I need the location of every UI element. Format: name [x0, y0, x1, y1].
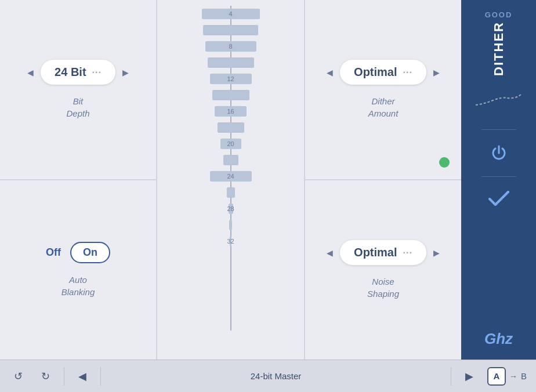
histogram-label: 12: [227, 75, 234, 82]
histogram-bar-row: [158, 55, 303, 70]
histogram-bar-row: 24: [158, 169, 303, 184]
histogram-bar-row: [158, 217, 303, 233]
histogram-bars: 48121620242832: [158, 6, 303, 331]
noise-shaping-next-button[interactable]: ▶: [431, 246, 442, 260]
bit-depth-value: 24 Bit: [55, 66, 86, 79]
histogram-bar-row: [158, 185, 303, 200]
noise-shaping-cell: ◀ Optimal ··· ▶ NoiseShaping: [305, 180, 461, 360]
ghz-logo: Ghz: [484, 330, 513, 348]
dither-amount-cell: ◀ Optimal ··· ▶ DitherAmount: [305, 0, 461, 180]
histogram-label: 16: [227, 108, 234, 115]
histogram-bar-row: [158, 23, 303, 38]
histogram-bar-row: 20: [158, 136, 303, 151]
ab-controls: A → B: [487, 367, 527, 386]
histogram-bar-row: 4: [158, 6, 303, 21]
green-dot-indicator: [439, 157, 450, 168]
histogram-label: 24: [227, 173, 234, 180]
bit-depth-dots: ···: [92, 67, 102, 78]
off-label: Off: [46, 246, 61, 259]
bit-depth-label: BitDepth: [66, 95, 89, 119]
auto-blanking-controls: Off On: [46, 242, 110, 263]
toolbar-title: 24-bit Master: [110, 371, 441, 381]
dither-amount-next-button[interactable]: ▶: [431, 66, 442, 79]
brand-title: GOOD: [485, 10, 513, 19]
histogram-label: 32: [227, 238, 234, 245]
toolbar-divider-1: [64, 367, 64, 386]
dither-amount-pill: Optimal ···: [340, 60, 426, 85]
sidebar-divider-1: [481, 129, 516, 130]
histogram-cell: 48121620242832: [157, 0, 305, 360]
toolbar-divider-3: [451, 367, 451, 386]
redo-button[interactable]: ↻: [37, 368, 55, 385]
right-sidebar: GOOD DITHER Ghz: [461, 0, 536, 360]
histogram-bar-row: 8: [158, 39, 303, 54]
noise-shaping-dots: ···: [403, 248, 412, 258]
on-button[interactable]: On: [70, 242, 110, 263]
confirm-button[interactable]: [484, 188, 514, 209]
histogram-bar-row: [158, 88, 303, 103]
dither-amount-value: Optimal: [354, 66, 397, 79]
undo-button[interactable]: ↺: [9, 368, 27, 385]
dither-amount-selector: ◀ Optimal ··· ▶: [324, 60, 442, 85]
histogram-bar-row: 12: [158, 71, 303, 86]
bit-depth-prev-button[interactable]: ◀: [25, 66, 36, 79]
noise-shaping-pill: Optimal ···: [340, 240, 426, 265]
histogram-label: 20: [227, 140, 234, 147]
auto-blanking-cell: Off On AutoBlanking: [0, 180, 157, 360]
histogram-bar-row: 28: [158, 201, 303, 216]
auto-blanking-label: AutoBlanking: [61, 274, 95, 298]
bit-depth-cell: ◀ 24 Bit ··· ▶ BitDepth: [0, 0, 157, 180]
ab-arrow: →: [509, 372, 517, 381]
curve-icon: [473, 88, 525, 111]
noise-shaping-prev-button[interactable]: ◀: [324, 246, 335, 260]
histogram-bar-row: 16: [158, 104, 303, 119]
dither-amount-dots: ···: [403, 67, 412, 78]
histogram-bar-row: [158, 120, 303, 135]
histogram-bar-row: 32: [158, 234, 303, 249]
toolbar-divider-2: [100, 367, 101, 386]
power-button[interactable]: [485, 141, 513, 165]
histogram-bar-row: [158, 153, 303, 168]
next-button[interactable]: ▶: [461, 368, 478, 385]
bit-depth-next-button[interactable]: ▶: [120, 66, 131, 79]
noise-shaping-selector: ◀ Optimal ··· ▶: [324, 240, 442, 265]
noise-shaping-value: Optimal: [354, 246, 397, 259]
bottom-toolbar: ↺ ↻ ◀ 24-bit Master ▶ A → B: [0, 360, 536, 392]
histogram-label: 8: [229, 43, 232, 50]
bit-depth-selector: ◀ 24 Bit ··· ▶: [25, 60, 131, 85]
dither-text: DITHER: [491, 21, 506, 76]
histogram-label: 4: [229, 10, 232, 17]
b-label: B: [521, 371, 527, 381]
noise-shaping-label: NoiseShaping: [367, 275, 399, 300]
histogram-label: 28: [227, 205, 234, 212]
dither-amount-label: DitherAmount: [368, 95, 399, 119]
prev-button[interactable]: ◀: [74, 368, 91, 385]
a-button[interactable]: A: [487, 367, 506, 386]
sidebar-divider-2: [481, 176, 516, 177]
dither-amount-prev-button[interactable]: ◀: [324, 66, 335, 79]
bit-depth-pill: 24 Bit ···: [41, 60, 115, 85]
histogram-wrapper: 48121620242832: [158, 6, 303, 331]
